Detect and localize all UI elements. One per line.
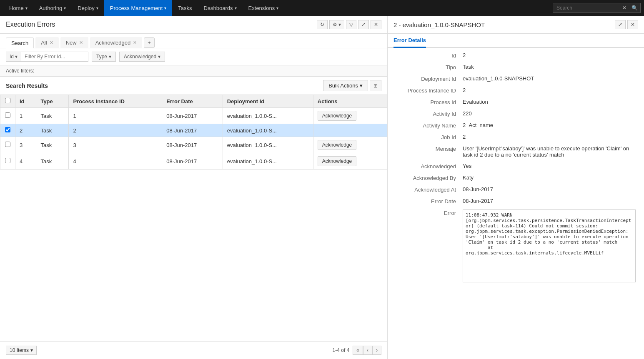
nav-dashboards-caret: ▾ [235,6,237,10]
detail-label: Acknowledged [396,163,463,170]
id-filter-label[interactable]: Id ▾ [6,52,21,61]
main-layout: Execution Errors ↻ ⚙ ▾ ▽ ⤢ ✕ Search All … [0,16,644,359]
error-detail-tabs: Error Details [388,34,644,48]
cell-type: Task [36,137,69,153]
detail-label: Acknowledged By [396,175,463,181]
row-checkbox[interactable] [5,142,10,147]
next-page-button[interactable]: › [372,346,381,355]
add-tab-button[interactable]: + [144,37,155,48]
tab-new[interactable]: New ✕ [60,37,88,48]
acknowledge-button[interactable]: Acknowledge [318,111,356,121]
expand-button[interactable]: ⤢ [358,20,369,29]
grid-view-button[interactable]: ⊞ [370,80,381,91]
detail-row: MensajeUser '[UserImpl:'salaboy']' was u… [396,145,636,158]
close-right-button[interactable]: ✕ [627,20,638,29]
bulk-actions-button[interactable]: Bulk Actions ▾ [323,80,368,91]
table-row[interactable]: 1Task108-Jun-2017evaluation_1.0.0-S...Ac… [0,108,387,124]
nav-home[interactable]: Home ▾ [3,0,33,16]
cell-process-instance_id: 3 [69,137,162,153]
detail-label: Job Id [396,134,463,140]
global-search-input[interactable] [553,3,620,12]
tab-all-close[interactable]: ✕ [50,40,53,45]
page-info: 1-4 of 4 [333,347,350,353]
top-navigation: Home ▾ Authoring ▾ Deploy ▾ Process Mana… [0,0,644,16]
settings-button[interactable]: ⚙ ▾ [329,20,344,29]
nav-dashboards[interactable]: Dashboards ▾ [198,0,243,16]
detail-row: Acknowledged At08-Jun-2017 [396,186,636,193]
cell-deployment-id: evaluation_1.0.0-S... [223,124,313,137]
error-textarea[interactable] [463,209,636,282]
nav-deploy[interactable]: Deploy ▾ [72,0,104,16]
id-filter-group: Id ▾ [6,52,88,62]
detail-value: 08-Jun-2017 [463,198,636,204]
nav-process-management[interactable]: Process Management ▾ [104,0,172,16]
nav-authoring[interactable]: Authoring ▾ [33,0,72,16]
detail-value: 2 [463,134,636,140]
prev-page-button[interactable]: ‹ [363,346,372,355]
cell-id: 3 [15,137,36,153]
refresh-button[interactable]: ↻ [317,20,328,29]
detail-label: Activity Name [396,122,463,129]
page-header: Execution Errors ↻ ⚙ ▾ ▽ ⤢ ✕ [0,16,387,34]
tab-search[interactable]: Search [6,37,34,48]
close-panel-button[interactable]: ✕ [371,20,381,29]
detail-value: Yes [463,163,636,169]
id-filter-input[interactable] [21,52,88,61]
table-body: 1Task108-Jun-2017evaluation_1.0.0-S...Ac… [0,108,387,170]
global-search-submit-button[interactable]: 🔍 [629,3,640,12]
detail-value: 2 [463,52,636,58]
nav-home-caret: ▾ [25,6,28,10]
nav-extensions[interactable]: Extensions ▾ [243,0,285,16]
acknowledge-button[interactable]: Acknowledge [318,140,356,150]
table-row[interactable]: 4Task408-Jun-2017evaluation_1.0.0-S...Ac… [0,153,387,170]
detail-row: TipoTask [396,64,636,70]
page-size-selector[interactable]: 10 Items ▾ [6,346,37,355]
detail-label: Process Instance ID [396,87,463,94]
expand-right-button[interactable]: ⤢ [615,20,626,29]
right-panel-title: 2 - evaluation_1.0.0-SNAPSHOT [393,21,485,28]
detail-label: Acknowledged At [396,186,463,193]
detail-value: User '[UserImpl:'salaboy']' was unable t… [463,145,636,158]
row-checkbox[interactable] [5,127,10,132]
detail-label: Process Id [396,99,463,105]
tab-all[interactable]: All ✕ [35,37,58,48]
right-panel-header: 2 - evaluation_1.0.0-SNAPSHOT ⤢ ✕ [388,16,644,34]
detail-row: Activity Name2_Act_name [396,122,636,129]
table-row[interactable]: 2Task208-Jun-2017evaluation_1.0.0-S... [0,124,387,137]
row-checkbox[interactable] [5,158,10,163]
nav-tasks[interactable]: Tasks [172,0,198,16]
error-detail-row: Error [396,209,636,284]
tab-new-close[interactable]: ✕ [79,40,83,45]
ack-filter-dropdown[interactable]: Acknowledged ▾ [119,52,165,62]
nav-deploy-caret: ▾ [96,6,98,10]
detail-value: 2_Act_name [463,122,636,128]
results-title: Search Results [6,82,48,89]
active-filters-bar: Active filters: [0,65,387,77]
tab-error-details[interactable]: Error Details [393,34,426,48]
detail-row: Activity Id220 [396,110,636,117]
detail-row: Process IdEvaluation [396,99,636,105]
tab-acknowledged[interactable]: Acknowledged ✕ [90,37,143,48]
row-checkbox[interactable] [5,112,10,118]
detail-label: Mensaje [396,145,463,152]
cell-error-date: 08-Jun-2017 [162,108,223,124]
filter-button[interactable]: ▽ [346,20,356,29]
global-search-clear-button[interactable]: ✕ [620,3,629,12]
table-row[interactable]: 3Task308-Jun-2017evaluation_1.0.0-S...Ac… [0,137,387,153]
nav-extensions-caret: ▾ [276,6,278,10]
acknowledge-button[interactable]: Acknowledge [318,156,356,166]
col-checkbox [0,95,15,108]
first-page-button[interactable]: « [353,346,363,355]
detail-value: 2 [463,87,636,93]
cell-actions [313,124,387,137]
detail-row: AcknowledgedYes [396,163,636,170]
detail-label: Id [396,52,463,59]
page-header-actions: ↻ ⚙ ▾ ▽ ⤢ ✕ [317,20,381,29]
select-all-checkbox[interactable] [5,98,10,103]
cell-id: 4 [15,153,36,170]
detail-value: 08-Jun-2017 [463,186,636,192]
cell-process-instance_id: 4 [69,153,162,170]
cell-process-instance_id: 2 [69,124,162,137]
tab-acknowledged-close[interactable]: ✕ [133,40,137,45]
type-filter-dropdown[interactable]: Type ▾ [92,52,116,62]
